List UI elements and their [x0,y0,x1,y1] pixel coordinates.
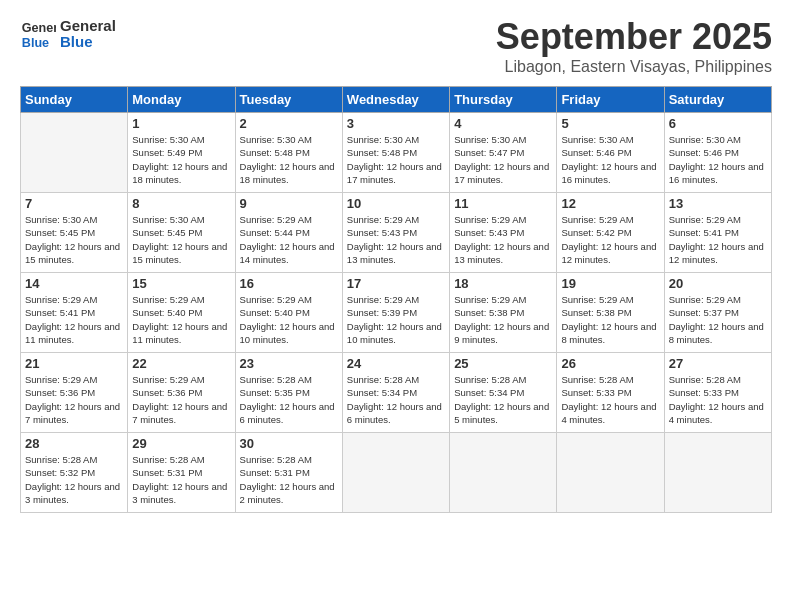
day-info: Sunrise: 5:29 AMSunset: 5:43 PMDaylight:… [454,213,552,266]
calendar-cell: 1 Sunrise: 5:30 AMSunset: 5:49 PMDayligh… [128,113,235,193]
svg-text:Blue: Blue [22,36,49,50]
day-number: 13 [669,196,767,211]
week-row-2: 14 Sunrise: 5:29 AMSunset: 5:41 PMDaylig… [21,273,772,353]
calendar-cell: 8 Sunrise: 5:30 AMSunset: 5:45 PMDayligh… [128,193,235,273]
day-number: 17 [347,276,445,291]
calendar-cell [342,433,449,513]
calendar-cell: 30 Sunrise: 5:28 AMSunset: 5:31 PMDaylig… [235,433,342,513]
calendar-cell: 18 Sunrise: 5:29 AMSunset: 5:38 PMDaylig… [450,273,557,353]
header-cell-monday: Monday [128,87,235,113]
day-number: 20 [669,276,767,291]
week-row-4: 28 Sunrise: 5:28 AMSunset: 5:32 PMDaylig… [21,433,772,513]
day-number: 15 [132,276,230,291]
svg-text:General: General [22,21,56,35]
day-info: Sunrise: 5:29 AMSunset: 5:36 PMDaylight:… [132,373,230,426]
day-number: 21 [25,356,123,371]
day-info: Sunrise: 5:29 AMSunset: 5:39 PMDaylight:… [347,293,445,346]
day-info: Sunrise: 5:29 AMSunset: 5:40 PMDaylight:… [240,293,338,346]
day-info: Sunrise: 5:29 AMSunset: 5:38 PMDaylight:… [561,293,659,346]
day-info: Sunrise: 5:29 AMSunset: 5:41 PMDaylight:… [25,293,123,346]
calendar-cell: 17 Sunrise: 5:29 AMSunset: 5:39 PMDaylig… [342,273,449,353]
month-title: September 2025 [496,16,772,58]
location: Libagon, Eastern Visayas, Philippines [496,58,772,76]
day-info: Sunrise: 5:30 AMSunset: 5:49 PMDaylight:… [132,133,230,186]
calendar-cell: 11 Sunrise: 5:29 AMSunset: 5:43 PMDaylig… [450,193,557,273]
day-number: 6 [669,116,767,131]
calendar-cell [664,433,771,513]
day-number: 3 [347,116,445,131]
day-info: Sunrise: 5:29 AMSunset: 5:36 PMDaylight:… [25,373,123,426]
day-number: 30 [240,436,338,451]
day-number: 22 [132,356,230,371]
calendar-cell: 29 Sunrise: 5:28 AMSunset: 5:31 PMDaylig… [128,433,235,513]
day-info: Sunrise: 5:28 AMSunset: 5:31 PMDaylight:… [132,453,230,506]
calendar-cell [450,433,557,513]
day-info: Sunrise: 5:28 AMSunset: 5:34 PMDaylight:… [347,373,445,426]
header-cell-thursday: Thursday [450,87,557,113]
day-info: Sunrise: 5:30 AMSunset: 5:45 PMDaylight:… [132,213,230,266]
day-number: 9 [240,196,338,211]
day-info: Sunrise: 5:29 AMSunset: 5:44 PMDaylight:… [240,213,338,266]
logo-icon: General Blue [20,16,56,52]
header-cell-friday: Friday [557,87,664,113]
day-number: 19 [561,276,659,291]
day-number: 14 [25,276,123,291]
day-number: 25 [454,356,552,371]
calendar-cell: 2 Sunrise: 5:30 AMSunset: 5:48 PMDayligh… [235,113,342,193]
day-info: Sunrise: 5:28 AMSunset: 5:32 PMDaylight:… [25,453,123,506]
day-number: 7 [25,196,123,211]
day-number: 12 [561,196,659,211]
day-number: 18 [454,276,552,291]
calendar-cell: 19 Sunrise: 5:29 AMSunset: 5:38 PMDaylig… [557,273,664,353]
calendar-cell: 7 Sunrise: 5:30 AMSunset: 5:45 PMDayligh… [21,193,128,273]
day-info: Sunrise: 5:28 AMSunset: 5:33 PMDaylight:… [561,373,659,426]
title-area: September 2025 Libagon, Eastern Visayas,… [496,16,772,76]
day-info: Sunrise: 5:28 AMSunset: 5:35 PMDaylight:… [240,373,338,426]
logo-text-line2: Blue [60,34,116,51]
day-number: 2 [240,116,338,131]
calendar-cell: 21 Sunrise: 5:29 AMSunset: 5:36 PMDaylig… [21,353,128,433]
day-info: Sunrise: 5:30 AMSunset: 5:48 PMDaylight:… [240,133,338,186]
calendar-cell: 16 Sunrise: 5:29 AMSunset: 5:40 PMDaylig… [235,273,342,353]
calendar-cell: 15 Sunrise: 5:29 AMSunset: 5:40 PMDaylig… [128,273,235,353]
day-info: Sunrise: 5:29 AMSunset: 5:42 PMDaylight:… [561,213,659,266]
day-number: 5 [561,116,659,131]
header: General Blue General Blue September 2025… [20,16,772,76]
day-number: 27 [669,356,767,371]
day-number: 10 [347,196,445,211]
page: General Blue General Blue September 2025… [0,0,792,612]
week-row-0: 1 Sunrise: 5:30 AMSunset: 5:49 PMDayligh… [21,113,772,193]
calendar-cell: 25 Sunrise: 5:28 AMSunset: 5:34 PMDaylig… [450,353,557,433]
day-info: Sunrise: 5:29 AMSunset: 5:41 PMDaylight:… [669,213,767,266]
calendar-cell [557,433,664,513]
calendar-cell: 5 Sunrise: 5:30 AMSunset: 5:46 PMDayligh… [557,113,664,193]
day-number: 11 [454,196,552,211]
calendar-cell: 20 Sunrise: 5:29 AMSunset: 5:37 PMDaylig… [664,273,771,353]
header-cell-wednesday: Wednesday [342,87,449,113]
day-info: Sunrise: 5:30 AMSunset: 5:46 PMDaylight:… [561,133,659,186]
day-number: 24 [347,356,445,371]
day-info: Sunrise: 5:28 AMSunset: 5:33 PMDaylight:… [669,373,767,426]
day-info: Sunrise: 5:30 AMSunset: 5:45 PMDaylight:… [25,213,123,266]
calendar-cell: 24 Sunrise: 5:28 AMSunset: 5:34 PMDaylig… [342,353,449,433]
calendar-cell: 28 Sunrise: 5:28 AMSunset: 5:32 PMDaylig… [21,433,128,513]
calendar-cell: 14 Sunrise: 5:29 AMSunset: 5:41 PMDaylig… [21,273,128,353]
day-info: Sunrise: 5:29 AMSunset: 5:40 PMDaylight:… [132,293,230,346]
day-info: Sunrise: 5:30 AMSunset: 5:47 PMDaylight:… [454,133,552,186]
day-number: 29 [132,436,230,451]
day-info: Sunrise: 5:29 AMSunset: 5:37 PMDaylight:… [669,293,767,346]
header-cell-tuesday: Tuesday [235,87,342,113]
week-row-3: 21 Sunrise: 5:29 AMSunset: 5:36 PMDaylig… [21,353,772,433]
calendar-cell: 26 Sunrise: 5:28 AMSunset: 5:33 PMDaylig… [557,353,664,433]
logo: General Blue General Blue [20,16,116,52]
day-number: 23 [240,356,338,371]
day-info: Sunrise: 5:30 AMSunset: 5:46 PMDaylight:… [669,133,767,186]
day-info: Sunrise: 5:30 AMSunset: 5:48 PMDaylight:… [347,133,445,186]
calendar-cell: 23 Sunrise: 5:28 AMSunset: 5:35 PMDaylig… [235,353,342,433]
calendar-cell: 3 Sunrise: 5:30 AMSunset: 5:48 PMDayligh… [342,113,449,193]
calendar-cell: 9 Sunrise: 5:29 AMSunset: 5:44 PMDayligh… [235,193,342,273]
day-number: 4 [454,116,552,131]
day-number: 26 [561,356,659,371]
day-info: Sunrise: 5:29 AMSunset: 5:38 PMDaylight:… [454,293,552,346]
calendar-cell: 6 Sunrise: 5:30 AMSunset: 5:46 PMDayligh… [664,113,771,193]
